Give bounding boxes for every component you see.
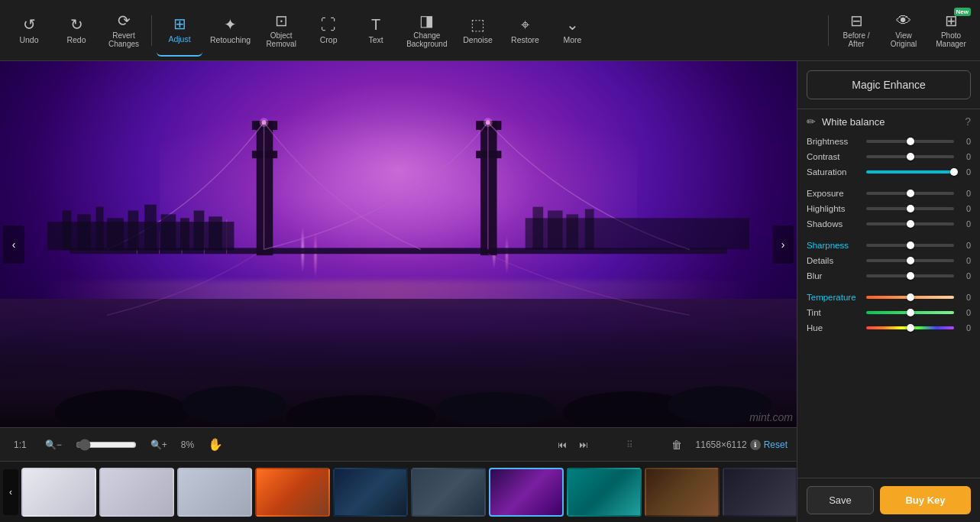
filmstrip: ‹ ›	[0, 461, 797, 522]
text-button[interactable]: T Text	[353, 5, 399, 57]
nav-prev-button[interactable]: ‹	[3, 225, 24, 264]
details-track[interactable]	[866, 259, 954, 262]
blur-label: Blur	[807, 271, 862, 280]
svg-rect-28	[532, 207, 543, 250]
filmstrip-thumb-3[interactable]	[177, 468, 252, 517]
revert-button[interactable]: ⟳ Revert Changes	[101, 5, 147, 57]
svg-point-34	[286, 395, 436, 427]
retouching-icon: ✦	[224, 17, 237, 32]
svg-rect-30	[566, 214, 578, 249]
delete-button[interactable]: 🗑	[667, 436, 687, 453]
shadows-row: Shadows 0	[807, 219, 971, 229]
svg-rect-16	[47, 222, 234, 250]
more-label: More	[564, 35, 582, 44]
blur-value: 0	[959, 271, 971, 280]
zoom-in-button[interactable]: 🔍+	[146, 437, 172, 452]
contrast-label: Contrast	[807, 152, 862, 161]
crop-button[interactable]: ⛶ Crop	[306, 5, 351, 57]
nav-next-button[interactable]: ›	[772, 225, 794, 264]
sharpness-track[interactable]	[866, 244, 954, 247]
buy-key-button[interactable]: Buy Key	[880, 486, 971, 514]
hand-tool-button[interactable]: ✋	[203, 435, 228, 454]
sharpness-thumb	[907, 242, 914, 249]
svg-point-13	[260, 118, 269, 127]
filmstrip-thumb-10[interactable]	[723, 468, 797, 517]
filmstrip-thumb-8[interactable]	[567, 468, 642, 517]
shadows-track[interactable]	[866, 222, 954, 225]
exposure-value: 0	[959, 189, 971, 198]
tint-value: 0	[959, 308, 971, 317]
retouching-label: Retouching	[210, 35, 251, 44]
highlights-value: 0	[959, 204, 971, 213]
filmstrip-thumb-6[interactable]	[411, 468, 486, 517]
highlights-row: Highlights 0	[807, 204, 971, 213]
view-original-button[interactable]: 👁 View Original	[881, 5, 927, 57]
before-after-button[interactable]: ⊟ Before / After	[833, 5, 879, 57]
photo-manager-label: Photo Manager	[936, 31, 965, 48]
main-area: ‹ › mint.com 1:1 🔍− 🔍+ 8% ✋	[0, 61, 980, 522]
resolution-text: 11658×6112	[696, 439, 747, 450]
main-toolbar: ↺ Undo ↻ Redo ⟳ Revert Changes ⊞ Adjust …	[0, 0, 980, 61]
photo-manager-button[interactable]: New ⊞ Photo Manager	[928, 5, 974, 57]
prev-image-button[interactable]: ⏮	[553, 437, 571, 452]
restore-button[interactable]: ⌖ Restore	[503, 5, 548, 57]
highlights-track[interactable]	[866, 207, 954, 210]
next-image-button[interactable]: ⏭	[574, 437, 593, 452]
filmstrip-thumb-5[interactable]	[333, 468, 408, 517]
denoise-button[interactable]: ⬚ Denoise	[455, 5, 501, 57]
contrast-row: Contrast 0	[807, 152, 971, 161]
object-removal-button[interactable]: ⊡ Object Removal	[258, 5, 304, 57]
help-icon[interactable]: ?	[965, 115, 971, 128]
temperature-row: Temperature 0	[807, 293, 971, 302]
svg-rect-23	[161, 214, 176, 250]
change-bg-label: Change Background	[406, 31, 447, 48]
brightness-thumb	[907, 138, 914, 145]
new-badge: New	[954, 8, 971, 16]
blur-track[interactable]	[866, 274, 954, 277]
exposure-track[interactable]	[866, 192, 954, 195]
zoom-out-button[interactable]: 🔍−	[40, 437, 66, 452]
resolution-info: ⏮ ⏭ ⠿ 🗑 11658×6112 ℹ Reset	[553, 436, 788, 453]
magic-enhance-button[interactable]: Magic Enhance	[807, 70, 971, 99]
text-label: Text	[368, 35, 383, 44]
brightness-track[interactable]	[866, 140, 954, 143]
details-thumb	[907, 257, 914, 264]
saturation-row: Saturation 0	[807, 167, 971, 177]
redo-button[interactable]: ↻ Redo	[53, 5, 99, 57]
contrast-track[interactable]	[866, 155, 954, 158]
more-button[interactable]: ⌄ More	[550, 5, 596, 57]
canvas-area: ‹ › mint.com 1:1 🔍− 🔍+ 8% ✋	[0, 61, 797, 522]
saturation-track[interactable]	[866, 170, 954, 173]
adjust-button[interactable]: ⊞ Adjust	[157, 5, 202, 57]
filmstrip-prev[interactable]: ‹	[3, 469, 18, 515]
sharpness-label: Sharpness	[807, 241, 862, 250]
info-icon[interactable]: ℹ	[750, 439, 761, 450]
saturation-value: 0	[959, 167, 971, 177]
undo-button[interactable]: ↺ Undo	[6, 5, 52, 57]
details-row: Details 0	[807, 256, 971, 265]
filmstrip-thumb-9[interactable]	[645, 468, 720, 517]
fit-button[interactable]: 1:1	[9, 437, 31, 452]
temperature-track[interactable]	[866, 296, 954, 299]
contrast-thumb	[907, 153, 914, 160]
filmstrip-thumb-7[interactable]	[489, 468, 564, 517]
change-bg-button[interactable]: ◨ Change Background	[400, 5, 453, 57]
tint-track[interactable]	[866, 311, 954, 314]
change-bg-icon: ◨	[419, 13, 434, 28]
tint-thumb	[907, 309, 914, 316]
svg-rect-17	[63, 211, 72, 251]
zoom-out-icon: 🔍−	[45, 439, 62, 450]
filmstrip-thumb-1[interactable]	[21, 468, 96, 517]
save-button[interactable]: Save	[807, 486, 874, 514]
zoom-slider[interactable]	[76, 439, 137, 451]
reset-button[interactable]: Reset	[764, 439, 788, 450]
svg-rect-1	[257, 121, 273, 255]
filmstrip-thumb-2[interactable]	[99, 468, 174, 517]
next-image-icon: ⏭	[579, 439, 588, 450]
retouching-button[interactable]: ✦ Retouching	[204, 5, 257, 57]
hue-track[interactable]	[866, 326, 954, 329]
filmstrip-thumb-4[interactable]	[255, 468, 330, 517]
crop-label: Crop	[320, 35, 338, 44]
svg-point-15	[484, 118, 493, 127]
details-label: Details	[807, 256, 862, 265]
